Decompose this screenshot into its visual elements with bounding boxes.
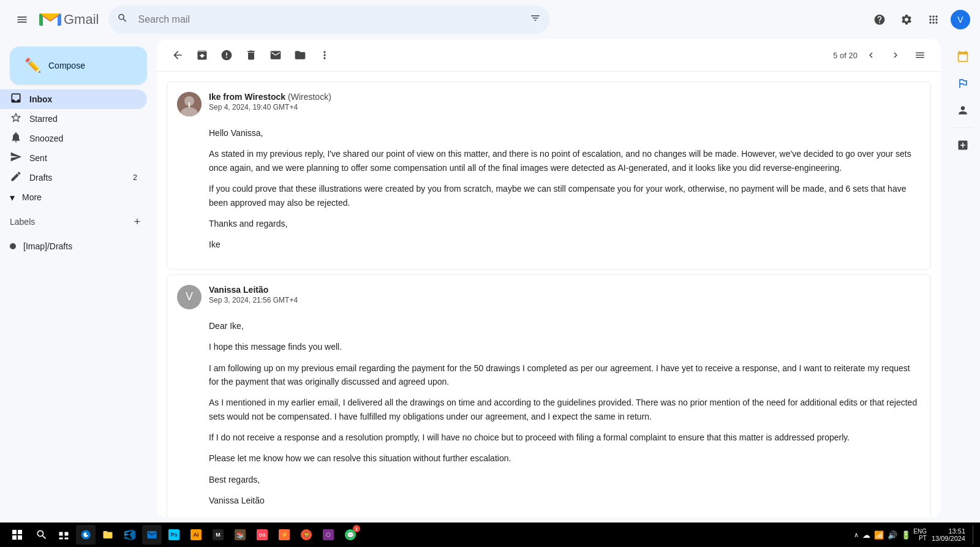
sidebar: ✏️ Compose Inbox Starred Snoozed Sent	[0, 39, 157, 522]
taskbar-explorer[interactable]	[98, 525, 118, 545]
body-p-1-1: As stated in my previous reply, I've sha…	[209, 147, 921, 175]
sender-company-1: (Wirestock)	[288, 92, 331, 102]
email-header-1: I Ike from Wirestock (Wirestock) Sep 4, …	[167, 82, 930, 126]
move-button[interactable]	[289, 44, 311, 66]
email-body-1: Hello Vanissa, As stated in my previous …	[167, 126, 930, 269]
email-message-1: I Ike from Wirestock (Wirestock) Sep 4, …	[167, 81, 931, 270]
snoozed-icon	[10, 131, 22, 146]
search-input[interactable]	[108, 6, 549, 34]
taskbar-books[interactable]: 📚	[230, 525, 250, 545]
sidebar-item-more[interactable]: ▾ More	[0, 187, 147, 207]
taskbar-volume[interactable]: 🔊	[888, 530, 897, 540]
starred-label: Starred	[29, 114, 58, 124]
label-dot	[10, 243, 16, 249]
taskbar-network[interactable]: 📶	[874, 530, 884, 540]
taskbar-ai[interactable]: Ai	[186, 525, 206, 545]
taskbar-mail[interactable]	[142, 525, 162, 545]
taskbar-ds[interactable]: DS	[252, 525, 272, 545]
body-p-1-0: Hello Vanissa,	[209, 126, 921, 140]
drafts-label: Drafts	[29, 173, 52, 183]
menu-icon[interactable]	[10, 7, 34, 32]
search-icon	[117, 13, 128, 27]
thread-container: I Ike from Wirestock (Wirestock) Sep 4, …	[157, 72, 941, 518]
sidebar-item-drafts[interactable]: Drafts 2	[0, 168, 147, 187]
taskbar-app9[interactable]: ⬡	[318, 525, 338, 545]
taskbar-edge[interactable]	[76, 525, 96, 545]
body-p-2-5: Please let me know how we can resolve th…	[209, 451, 921, 465]
taskbar-battery[interactable]: 🔋	[901, 530, 911, 540]
topbar-right: V	[867, 7, 970, 32]
email-area: 5 of 20	[157, 39, 941, 518]
email-body-2: Dear Ike, I hope this message finds you …	[167, 319, 930, 518]
taskbar-app6[interactable]: M	[208, 525, 228, 545]
sidebar-item-inbox[interactable]: Inbox	[0, 89, 147, 109]
sender-name-1: Ike from Wirestock (Wirestock)	[209, 92, 921, 102]
compose-icon: ✏️	[24, 58, 41, 74]
taskbar-lang2: PT	[919, 535, 927, 541]
sidebar-item-snoozed[interactable]: Snoozed	[0, 129, 147, 148]
view-options-button[interactable]	[909, 44, 931, 66]
taskbar-lang: ENG	[913, 528, 927, 535]
avatar[interactable]: V	[951, 10, 970, 29]
taskbar-time-display: 13:51	[948, 527, 965, 535]
label-item-label: [Imap]/Drafts	[23, 241, 72, 251]
apps-button[interactable]	[921, 7, 946, 32]
delete-button[interactable]	[240, 44, 262, 66]
page-nav: 5 of 20	[833, 44, 931, 66]
taskbar-up-arrow[interactable]: ∧	[854, 531, 859, 539]
gmail-logo[interactable]: Gmail	[39, 9, 99, 31]
body-p-2-0: Dear Ike,	[209, 319, 921, 333]
page-info: 5 of 20	[833, 51, 858, 60]
compose-label: Compose	[48, 61, 85, 70]
taskbar-clock[interactable]: ENG PT 13:51 13/09/2024	[913, 525, 975, 545]
sender-avatar-1: I	[177, 92, 202, 116]
inbox-label: Inbox	[29, 94, 52, 104]
settings-button[interactable]	[894, 7, 919, 32]
back-button[interactable]	[167, 44, 189, 66]
archive-button[interactable]	[191, 44, 213, 66]
thread-scroll-area[interactable]: I Ike from Wirestock (Wirestock) Sep 4, …	[157, 72, 941, 518]
drafts-icon	[10, 170, 22, 186]
taskbar-whatsapp[interactable]: 💬 1	[341, 525, 360, 545]
taskbar-start[interactable]	[5, 522, 29, 547]
sidebar-item-sent[interactable]: Sent	[0, 148, 147, 168]
compose-button[interactable]: ✏️ Compose	[10, 47, 147, 85]
sidebar-item-starred[interactable]: Starred	[0, 109, 147, 129]
email-message-2: V Vanissa Leitão Sep 3, 2024, 21:56 GMT+…	[167, 274, 931, 518]
topbar: Gmail V	[0, 0, 980, 39]
email-meta-2: Vanissa Leitão Sep 3, 2024, 21:56 GMT+4	[209, 285, 921, 304]
taskbar-search[interactable]	[32, 525, 51, 545]
taskbar-vscode[interactable]	[120, 525, 140, 545]
gmail-logo-text: Gmail	[64, 12, 99, 28]
right-panel-tasks[interactable]	[951, 71, 975, 96]
add-label-button[interactable]: +	[127, 212, 147, 232]
svg-text:I: I	[188, 101, 190, 110]
right-panel-add[interactable]	[951, 133, 975, 157]
email-header-2: V Vanissa Leitão Sep 3, 2024, 21:56 GMT+…	[167, 275, 930, 319]
taskbar-brave[interactable]: 🦁	[296, 525, 316, 545]
right-panel-contacts[interactable]	[951, 98, 975, 123]
right-panel-calendar[interactable]	[951, 44, 975, 69]
body-p-2-7: Vanissa Leitão	[209, 494, 921, 507]
taskbar-app8[interactable]: ⚡	[274, 525, 294, 545]
filter-icon[interactable]	[530, 13, 541, 27]
taskbar-taskview[interactable]	[54, 525, 74, 545]
sent-label: Sent	[29, 153, 47, 163]
email-date-2: Sep 3, 2024, 21:56 GMT+4	[209, 296, 921, 304]
report-spam-button[interactable]	[216, 44, 238, 66]
labels-title: Labels	[10, 217, 35, 227]
taskbar-cloud[interactable]: ☁	[862, 530, 870, 540]
taskbar-ps[interactable]: Ps	[164, 525, 184, 545]
mark-button[interactable]	[265, 44, 287, 66]
next-button[interactable]	[884, 44, 907, 66]
email-meta-1: Ike from Wirestock (Wirestock) Sep 4, 20…	[209, 92, 921, 111]
label-item-imap-drafts[interactable]: [Imap]/Drafts	[0, 236, 147, 256]
sent-icon	[10, 151, 22, 166]
chevron-down-icon: ▾	[10, 192, 15, 203]
prev-button[interactable]	[860, 44, 882, 66]
help-button[interactable]	[867, 7, 892, 32]
more-options-button[interactable]	[314, 44, 336, 66]
labels-section-header: Labels +	[0, 207, 157, 236]
taskbar-show-desktop[interactable]	[973, 525, 975, 545]
body-p-1-3: Thanks and regards,	[209, 217, 921, 230]
